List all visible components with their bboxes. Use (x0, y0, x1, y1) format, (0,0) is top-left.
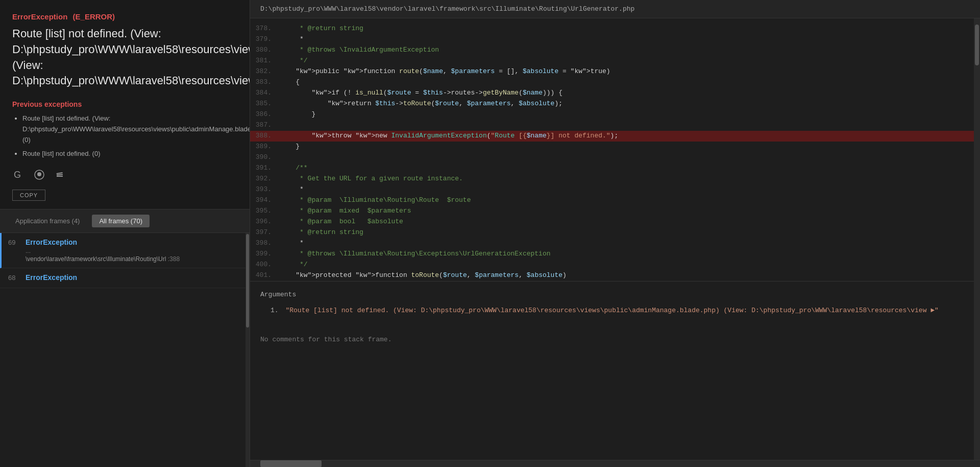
bottom-scroll-thumb (260, 460, 322, 467)
argument-item: 1. "Route [list] not defined. (View: D:\… (271, 306, 964, 316)
code-lines-container: 378. * @return string379. *380. * @throw… (250, 24, 974, 281)
svg-text:G: G (14, 170, 21, 180)
bottom-scroll-bar[interactable] (250, 460, 980, 467)
line-code: * @param mixed $parameters (280, 206, 411, 217)
code-line-398: 398. * (250, 238, 974, 249)
line-number: 399. (255, 249, 280, 260)
stackoverflow-search-icon[interactable] (53, 168, 66, 181)
line-number: 385. (255, 99, 280, 109)
frame-content: ErrorException ... \vendor\laravel\frame… (26, 238, 237, 263)
line-code: /** (280, 163, 308, 174)
code-line-382: 382. "kw">public "kw">function route($na… (250, 66, 974, 77)
all-frames-button[interactable]: All frames (70) (92, 215, 150, 227)
line-number: 401. (255, 270, 280, 281)
code-line-394: 394. * @param \Illuminate\Routing\Route … (250, 195, 974, 206)
frame-list-scrollbar[interactable] (246, 233, 250, 467)
code-line-395: 395. * @param mixed $parameters (250, 206, 974, 217)
line-code: "kw">if (! is_null($route = $this->route… (280, 88, 562, 99)
line-number: 382. (255, 66, 280, 77)
frame-list: 69 ErrorException ... \vendor\laravel\fr… (0, 233, 246, 467)
frame-number: 68 (8, 273, 20, 282)
line-number: 395. (255, 206, 280, 217)
line-code: } (280, 142, 300, 152)
prev-exceptions-list: Route [list] not defined. (View: D:\phps… (12, 113, 237, 159)
line-number: 394. (255, 195, 280, 206)
code-line-392: 392. * Get the URL for a given route ins… (250, 174, 974, 184)
line-number: 379. (255, 34, 280, 45)
code-line-391: 391. /** (250, 163, 974, 174)
error-message: Route [list] not defined. (View: D:\phps… (12, 26, 237, 89)
line-code: * Get the URL for a given route instance… (280, 174, 463, 184)
code-line-396: 396. * @param bool $absolute (250, 217, 974, 227)
left-panel: ErrorException (E_ERROR) Route [list] no… (0, 0, 250, 467)
frame-path: \vendor\laravel\framework\src\Illuminate… (26, 255, 237, 263)
error-title: ErrorException (E_ERROR) (12, 12, 237, 21)
frame-class-name: ErrorException (26, 238, 237, 246)
right-scrollbar[interactable] (974, 18, 980, 460)
copy-button[interactable]: COPY (12, 190, 45, 201)
frame-number: 69 (8, 238, 20, 246)
code-line-401: 401. "kw">protected "kw">function toRout… (250, 270, 974, 281)
google-search-icon[interactable]: G (12, 168, 26, 181)
frame-ellipsis: ... (26, 247, 237, 254)
line-code: { (280, 77, 300, 88)
list-item: Route [list] not defined. (View: D:\phps… (22, 113, 237, 145)
frame-class-name: ErrorException (26, 273, 237, 282)
code-line-384: 384. "kw">if (! is_null($route = $this->… (250, 88, 974, 99)
line-number: 392. (255, 174, 280, 184)
line-code: "kw">protected "kw">function toRoute($ro… (280, 270, 567, 281)
line-number: 386. (255, 109, 280, 120)
svg-rect-3 (57, 176, 63, 177)
bottom-scroll-right[interactable] (250, 460, 980, 467)
line-code: * @throws \Illuminate\Routing\Exceptions… (280, 249, 551, 260)
line-code: * @throws \InvalidArgumentException (280, 45, 439, 56)
line-number: 380. (255, 45, 280, 56)
line-code: * @param \Illuminate\Routing\Route $rout… (280, 195, 471, 206)
right-panel: D:\phpstudy_pro\WWW\laravel58\vendor\lar… (250, 0, 980, 467)
code-line-400: 400. */ (250, 260, 974, 270)
code-area[interactable]: 378. * @return string379. *380. * @throw… (250, 18, 974, 460)
prev-exceptions-title: Previous exceptions (12, 100, 237, 108)
argument-value: "Route [list] not defined. (View: D:\php… (285, 307, 938, 314)
line-number: 387. (255, 120, 280, 131)
code-line-397: 397. * @return string (250, 227, 974, 238)
line-code: */ (280, 56, 308, 66)
arguments-section: Arguments 1. "Route [list] not defined. … (250, 281, 974, 326)
line-code: * @return string (280, 24, 363, 34)
line-code: "kw">public "kw">function route($name, $… (280, 66, 610, 77)
code-line-381: 381. */ (250, 56, 974, 66)
duckduckgo-search-icon[interactable] (33, 168, 46, 181)
error-type: ErrorException (12, 12, 67, 21)
line-number: 381. (255, 56, 280, 66)
line-number: 383. (255, 77, 280, 88)
line-number: 384. (255, 88, 280, 99)
line-number: 398. (255, 238, 280, 249)
file-path-bar: D:\phpstudy_pro\WWW\laravel58\vendor\lar… (250, 0, 980, 18)
error-info-section: ErrorException (E_ERROR) Route [list] no… (0, 0, 250, 209)
line-code: * @param bool $absolute (280, 217, 403, 227)
line-number: 378. (255, 24, 280, 34)
line-number: 388. (255, 131, 280, 142)
line-code: } (280, 109, 315, 120)
frame-list-scrollbar-thumb (246, 234, 249, 328)
argument-number: 1. (271, 307, 279, 314)
code-line-390: 390. (250, 152, 974, 163)
svg-point-2 (37, 172, 41, 176)
frame-content: ErrorException (26, 273, 237, 283)
frame-item-69[interactable]: 69 ErrorException ... \vendor\laravel\fr… (0, 233, 246, 268)
line-code: * (280, 238, 304, 249)
code-line-399: 399. * @throws \Illuminate\Routing\Excep… (250, 249, 974, 260)
right-scrollbar-thumb (975, 25, 979, 65)
line-number: 397. (255, 227, 280, 238)
line-number: 391. (255, 163, 280, 174)
line-code: * @return string (280, 227, 363, 238)
code-line-383: 383. { (250, 77, 974, 88)
line-code: * (280, 184, 304, 195)
frame-toggle-bar: Application frames (4) All frames (70) (0, 209, 250, 233)
line-code: "kw">return $this->toRoute($route, $para… (280, 99, 562, 109)
list-item: Route [list] not defined. (0) (22, 149, 237, 159)
code-line-389: 389. } (250, 142, 974, 152)
frame-item-68[interactable]: 68 ErrorException (0, 268, 246, 288)
line-code: * (280, 34, 304, 45)
app-frames-button[interactable]: Application frames (4) (8, 215, 87, 227)
